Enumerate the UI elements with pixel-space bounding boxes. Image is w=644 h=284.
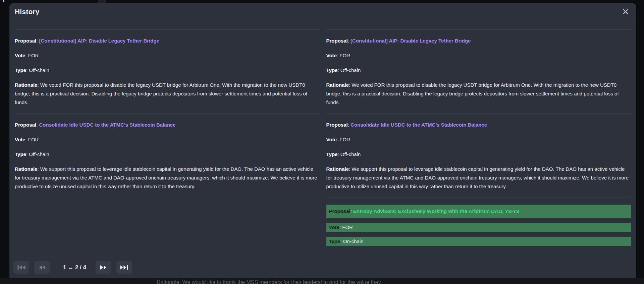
proposal-link[interactable]: Consolidate Idle USDC to the ATMC’s Stab… [39,122,176,128]
rationale-label: Rationale [326,166,349,172]
close-button[interactable] [621,7,630,16]
modal-header: History [9,3,636,20]
pagination-first-button[interactable] [13,261,29,274]
screen: History Proposal: [Constitutional] AIP: … [0,0,644,284]
history-column-left: Proposal: [Constitutional] AIP: Disable … [15,29,320,198]
vote-label: Vote [15,53,25,58]
proposal-label: Proposal [326,38,348,44]
background-page-text: Rationale: We would like to thank the MS… [157,279,381,284]
modal-title: History [15,8,40,16]
background-page-artifact [3,0,4,2]
history-modal: History Proposal: [Constitutional] AIP: … [9,3,636,278]
history-entry: Proposal: Entropy Advisors: Exclusively … [326,198,631,253]
type-line: Type: Off-chain [15,150,320,159]
pagination-last-button[interactable] [116,261,132,274]
history-entry: Proposal: [Constitutional] AIP: Disable … [326,29,631,114]
pagination-status: 1 ↔ 2 / 4 [63,264,86,271]
rationale-label: Rationale [15,82,38,88]
background-page-notch [98,0,106,3]
type-line: Type: On-chain [326,237,631,246]
fast-forward-icon [99,265,107,270]
type-label: Type [15,151,26,157]
vote-line: Vote: FOR [15,135,320,144]
proposal-label: Proposal [326,122,348,128]
vote-line: Vote: FOR [326,135,631,144]
vote-line: Vote: FOR [326,51,631,60]
proposal-label: Proposal [15,38,36,44]
rationale-line: Rationale: We support this proposal to l… [326,165,631,191]
history-columns: Proposal: [Constitutional] AIP: Disable … [15,29,631,253]
pagination-prev-button[interactable] [34,261,50,274]
type-label: Type [326,67,338,73]
proposal-line: Proposal: [Constitutional] AIP: Disable … [15,37,320,45]
rationale-line: Rationale: We voted FOR this proposal to… [326,81,631,107]
pagination-next-button[interactable] [96,261,111,274]
pagination: 1 ↔ 2 / 4 [13,261,137,274]
vote-label: Vote [326,137,337,142]
vote-label: Vote [329,224,339,230]
type-line: Type: Off-chain [326,66,631,75]
proposal-link[interactable]: Entropy Advisors: Exclusively Working wi… [353,208,519,214]
fast-rewind-icon [38,265,46,270]
vote-line: Vote: FOR [15,51,320,60]
type-label: Type [15,67,26,73]
background-page-strip: Rationale: We would like to thank the MS… [0,278,644,284]
vote-label: Vote [326,53,337,58]
history-column-right: Proposal: [Constitutional] AIP: Disable … [326,29,631,253]
type-label: Type [326,151,338,157]
type-line: Type: Off-chain [326,150,631,159]
proposal-label: Proposal [15,122,36,128]
proposal-link[interactable]: [Constitutional] AIP: Disable Legacy Tet… [351,38,471,44]
history-entry: Proposal: Consolidate Idle USDC to the A… [326,114,631,198]
rationale-line: Rationale: We support this proposal to l… [15,165,320,191]
vote-label: Vote [15,137,25,142]
rationale-label: Rationale [326,82,349,88]
vote-line: Vote: FOR [326,223,631,232]
proposal-label: Proposal [329,208,351,214]
modal-body: Proposal: [Constitutional] AIP: Disable … [9,20,636,253]
history-entry: Proposal: Consolidate Idle USDC to the A… [15,114,320,198]
skip-last-icon [120,265,128,270]
proposal-line: Proposal: Entropy Advisors: Exclusively … [326,205,631,218]
proposal-line: Proposal: Consolidate Idle USDC to the A… [326,121,631,129]
rationale-line: Rationale: We voted FOR this proposal to… [15,81,320,107]
skip-first-icon [17,265,26,270]
proposal-link[interactable]: Consolidate Idle USDC to the ATMC’s Stab… [351,122,487,128]
proposal-line: Proposal: [Constitutional] AIP: Disable … [326,37,631,45]
proposal-line: Proposal: Consolidate Idle USDC to the A… [15,121,320,129]
type-label: Type [329,238,340,244]
proposal-link[interactable]: [Constitutional] AIP: Disable Legacy Tet… [39,38,159,44]
history-entry: Proposal: [Constitutional] AIP: Disable … [15,29,320,114]
rationale-label: Rationale [15,166,38,172]
type-line: Type: Off-chain [15,66,320,75]
close-icon [622,11,629,16]
